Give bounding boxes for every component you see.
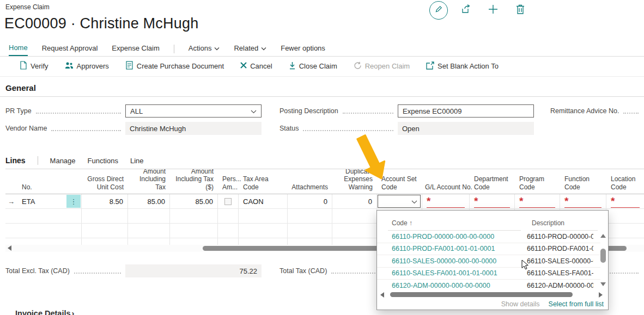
posting-description-input[interactable]: Expense EC00009 (398, 104, 534, 118)
col-no[interactable]: No. (17, 169, 82, 194)
lookup-col-code[interactable]: Code ↑ (392, 219, 412, 227)
lookup-row[interactable]: 66110-PROD-FA001-001-01-0001 66110-PROD-… (377, 243, 600, 256)
scroll-left-arrow-icon[interactable] (380, 292, 384, 298)
remittance-advice-label: Remittance Advice No. (550, 107, 619, 115)
col-attachments[interactable]: Attachments (288, 169, 332, 194)
delete-button[interactable] (511, 1, 530, 20)
active-row-indicator: → (5, 194, 17, 208)
tab-home[interactable]: Home (9, 44, 28, 56)
col-pers-amount[interactable]: Pers... Am... (218, 169, 239, 194)
edit-button[interactable] (429, 1, 448, 20)
col-duplicate-expenses-warning[interactable]: Duplicate Expenses Warning (332, 169, 377, 194)
account-set-code-combobox[interactable] (378, 195, 421, 208)
lines-menu-manage[interactable]: Manage (50, 157, 76, 165)
lines-section-title[interactable]: Lines (5, 156, 26, 165)
col-function-code[interactable]: Function Code (560, 169, 606, 194)
scroll-down-arrow-icon[interactable] (600, 282, 606, 286)
status-value[interactable]: Open (398, 122, 534, 135)
lookup-row[interactable]: 66120-ADM-00000-000-00-0000 66120-ADM-00… (377, 280, 600, 292)
lookup-code-link[interactable]: 66110-PROD-FA001-001-01-0001 (392, 245, 527, 252)
close-claim-button[interactable]: Close Claim (289, 61, 337, 71)
show-details-link[interactable]: Show details (501, 300, 540, 308)
chevron-down-icon (411, 197, 417, 206)
verify-button[interactable]: Verify (20, 61, 48, 71)
x-icon (240, 62, 247, 70)
checkbox[interactable] (224, 198, 232, 205)
pr-type-select[interactable]: ALL (125, 104, 262, 118)
invoice-details-section-title[interactable]: Invoice Details › (15, 309, 74, 315)
col-tax-area-code[interactable]: Tax Area Code (239, 169, 288, 194)
approvers-button[interactable]: Approvers (65, 61, 109, 71)
reopen-claim-button[interactable]: Reopen Claim (354, 61, 410, 71)
scroll-left-arrow-icon[interactable] (8, 245, 11, 251)
cell-amount-including-tax[interactable]: 85.00 (128, 194, 170, 208)
lookup-vertical-scrollbar[interactable] (600, 232, 606, 292)
set-blank-action-to-button[interactable]: Set Blank Action To (426, 61, 499, 71)
scroll-up-arrow-icon[interactable] (600, 234, 606, 238)
scrollbar-thumb[interactable] (390, 292, 573, 297)
scroll-right-arrow-icon[interactable] (599, 292, 603, 298)
dotted-leader (343, 113, 393, 114)
vendor-name-value[interactable]: Christine McHugh (125, 122, 262, 135)
dotted-leader (74, 273, 121, 274)
lookup-rows: 66110-PROD-00000-000-00-0000 66110-PROD-… (377, 231, 600, 292)
col-program-code[interactable]: Program Code (515, 169, 560, 194)
create-purchase-document-button[interactable]: Create Purchase Document (125, 61, 224, 71)
cell-gl-account-no[interactable]: * (422, 194, 470, 208)
col-department-code[interactable]: Department Code (470, 169, 515, 194)
lines-menu-functions[interactable]: Functions (88, 157, 118, 165)
col-amount-including-tax-usd[interactable]: Amount Including Tax ($) (170, 169, 218, 194)
col-gross-direct-unit-cost[interactable]: Gross Direct Unit Cost (82, 169, 128, 194)
col-gl-account-no[interactable]: G/L Account No. (422, 169, 470, 194)
cell-gross-direct-unit-cost[interactable]: 8.50 (82, 194, 128, 208)
lookup-horizontal-scrollbar[interactable] (379, 292, 607, 298)
new-button[interactable] (484, 1, 502, 20)
scrollbar-thumb[interactable] (600, 249, 606, 263)
pencil-icon (434, 4, 443, 16)
cell-function-code[interactable]: * (560, 194, 606, 208)
posting-description-label: Posting Description (280, 107, 338, 115)
cell-tax-area-code[interactable]: CAON (239, 194, 288, 208)
lookup-code-link[interactable]: 66110-PROD-00000-000-00-0000 (392, 233, 527, 240)
lookup-row[interactable]: 66110-PROD-00000-000-00-0000 66110-PROD-… (377, 231, 600, 243)
lookup-code-link[interactable]: 66110-SALES-FA001-001-01-0001 (392, 269, 527, 277)
lines-menu-line[interactable]: Line (130, 157, 144, 165)
lookup-code-link[interactable]: 66110-SALES-00000-000-00-0000 (392, 257, 527, 265)
vendor-name-label: Vendor Name (5, 125, 47, 132)
required-field-marker: * (474, 197, 510, 208)
lookup-code-link[interactable]: 66120-ADM-00000-000-00-0000 (392, 282, 527, 289)
cell-duplicate-expenses-warning[interactable]: 0 (332, 194, 377, 208)
lookup-col-description[interactable]: Description (532, 219, 564, 227)
tab-fewer-options[interactable]: Fewer options (281, 44, 325, 55)
col-amount-including-tax[interactable]: Amount Including Tax (128, 169, 170, 194)
total-tax-label: Total Tax (CAD) (280, 267, 327, 275)
dotted-leader (623, 113, 639, 114)
tab-actions[interactable]: Actions (189, 44, 220, 55)
cancel-button[interactable]: Cancel (240, 62, 272, 70)
col-account-set-code[interactable]: Account Set Code (377, 169, 422, 194)
pr-type-field: PR Type ALL (5, 104, 262, 118)
col-location-code[interactable]: Location Code (606, 169, 644, 194)
status-label: Status (280, 125, 299, 132)
total-excl-tax-label: Total Excl. Tax (CAD) (5, 267, 70, 275)
general-section-title[interactable]: General (5, 83, 36, 92)
people-icon (65, 61, 74, 71)
tab-request-approval[interactable]: Request Approval (42, 44, 98, 55)
cell-location-code[interactable]: * (606, 194, 644, 208)
lookup-row[interactable]: 66110-SALES-00000-000-00-0000 66110-SALE… (377, 255, 600, 268)
tab-related[interactable]: Related (234, 44, 266, 55)
lookup-row[interactable]: 66110-SALES-FA001-001-01-0001 66110-SALE… (377, 268, 600, 280)
share-button[interactable] (457, 1, 475, 20)
action-bar: Verify Approvers Create Purchase Documen… (20, 61, 499, 71)
total-excl-tax-field: Total Excl. Tax (CAD) 75.22 (5, 264, 262, 277)
cell-program-code[interactable]: * (515, 194, 560, 208)
tab-expense-claim[interactable]: Expense Claim (112, 44, 159, 55)
cell-pers-amount[interactable] (218, 194, 239, 208)
cell-no[interactable]: ETA ⋮ (17, 194, 82, 208)
page-action-icons (429, 1, 530, 20)
select-from-full-list-link[interactable]: Select from full list (549, 300, 604, 308)
cell-attachments[interactable]: 0 (288, 194, 332, 208)
cell-department-code[interactable]: * (470, 194, 515, 208)
row-options-button[interactable]: ⋮ (66, 195, 81, 208)
cell-amount-including-tax-usd[interactable]: 85.00 (170, 194, 218, 208)
